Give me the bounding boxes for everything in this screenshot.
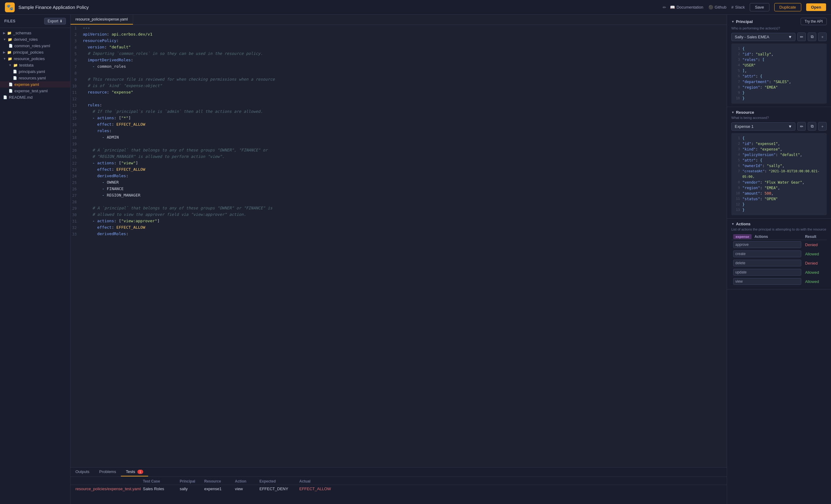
- chevron-down-icon: ▼: [732, 111, 735, 114]
- sidebar-item-expense[interactable]: 📄 expense.yaml: [0, 81, 70, 88]
- code-line: 28: [70, 199, 727, 205]
- test-row: resource_policies/expense_test.yaml Sale…: [70, 485, 727, 493]
- logo-icon: 🐾: [6, 4, 13, 11]
- documentation-link[interactable]: 📖 Documentation: [670, 5, 703, 9]
- code-line: 6 importDerivedRoles:: [70, 57, 727, 63]
- code-line: 19: [70, 141, 727, 147]
- sidebar-item-principal-policies[interactable]: ▶ 📁 principal_policies: [0, 49, 70, 56]
- code-line: 31 - actions: ["view:approver"]: [70, 218, 727, 225]
- code-line: 8: [70, 70, 727, 76]
- chevron-down-icon: ▼: [788, 35, 792, 39]
- copy-resource-button[interactable]: ⧉: [808, 122, 816, 130]
- sidebar-item-principals[interactable]: 📄 principals.yaml: [0, 68, 70, 75]
- code-line: 26 - FINANCE: [70, 186, 727, 192]
- bottom-content: Test Case Principal Resource Action Expe…: [70, 477, 727, 504]
- action-input[interactable]: [733, 241, 801, 248]
- actions-table: expense Actions Result DeniedAllowedDeni…: [732, 234, 827, 286]
- sidebar-item-common-roles[interactable]: 📄 common_roles.yaml: [0, 42, 70, 49]
- sidebar-item-expense-test[interactable]: 📄 expense_test.yaml: [0, 88, 70, 94]
- add-principal-button[interactable]: +: [818, 32, 827, 41]
- code-line: 25 - OWNER: [70, 179, 727, 186]
- actions-header: ▼ Actions: [732, 221, 827, 226]
- code-lines: 1--- 2apiVersion: api.cerbos.dev/v1 3res…: [70, 25, 727, 237]
- slack-icon: #: [732, 5, 734, 9]
- sidebar-item-testdata[interactable]: ▼ 📁 testdata: [0, 62, 70, 68]
- principal-dropdown[interactable]: Sally - Sales EMEA ▼: [732, 33, 796, 41]
- code-line: 11 resource: "expense": [70, 89, 727, 96]
- code-line: 29 # A `principal` that belongs to any o…: [70, 205, 727, 211]
- chevron-down-icon: ▼: [3, 57, 6, 60]
- sidebar-item-readme[interactable]: 📄 README.md: [0, 94, 70, 100]
- code-line: 30 # allowed to view the approver field …: [70, 211, 727, 218]
- sidebar-item-resource-policies[interactable]: ▼ 📁 resource_policies: [0, 56, 70, 62]
- editor-tab-expense[interactable]: resource_policies/expense.yaml: [70, 15, 133, 25]
- code-line: 2apiVersion: api.cerbos.dev/v1: [70, 31, 727, 38]
- test-file-link[interactable]: resource_policies/expense_test.yaml: [76, 486, 143, 491]
- principal-header: ▼ Principal Try the API: [732, 18, 827, 25]
- chevron-down-icon: ▼: [788, 124, 792, 129]
- bottom-tabs: Outputs Problems Tests 1: [70, 468, 727, 477]
- resource-json: 1{ 2 "id": "expense1", 3 "kind": "expens…: [732, 133, 827, 215]
- code-line: 20 # A `principal` that belongs to any o…: [70, 147, 727, 154]
- code-line: 15 - actions: ["*"]: [70, 115, 727, 121]
- add-resource-button[interactable]: +: [818, 122, 827, 130]
- sidebar-item-schemas[interactable]: ▶ 📁 _schemas: [0, 30, 70, 36]
- tab-problems[interactable]: Problems: [94, 468, 121, 476]
- tab-tests[interactable]: Tests 1: [121, 468, 148, 476]
- file-tree: ▶ 📁 _schemas ▼ 📁 derived_roles 📄 common_…: [0, 28, 70, 102]
- chevron-down-icon: ▼: [732, 222, 735, 226]
- action-input[interactable]: [733, 278, 801, 285]
- actions-resource-header: expense Actions: [732, 234, 803, 240]
- code-line: 1---: [70, 25, 727, 31]
- resource-dropdown[interactable]: Expense 1 ▼: [732, 122, 796, 130]
- try-api-button[interactable]: Try the API: [801, 18, 827, 25]
- tab-outputs[interactable]: Outputs: [70, 468, 94, 476]
- github-icon: ⚫: [708, 5, 713, 9]
- action-input[interactable]: [733, 269, 801, 276]
- code-line: 3resourcePolicy:: [70, 38, 727, 44]
- code-line: 22 - actions: ["view"]: [70, 160, 727, 167]
- folder-icon: 📁: [13, 63, 18, 67]
- editor-tabs: resource_policies/expense.yaml: [70, 15, 727, 25]
- chevron-right-icon: ▶: [3, 51, 5, 54]
- right-panel: ▼ Principal Try the API Who is performin…: [727, 15, 831, 504]
- open-button[interactable]: Open: [806, 3, 826, 11]
- code-line: 10 # is of `kind` "expense:object": [70, 83, 727, 89]
- actual-result: EFFECT_ALLOW: [299, 486, 339, 491]
- resource-header: ▼ Resource: [732, 110, 827, 115]
- export-icon: ⬇: [59, 19, 62, 23]
- code-line: 13 rules:: [70, 102, 727, 109]
- folder-icon: 📁: [8, 57, 12, 61]
- code-line: 17 roles:: [70, 128, 727, 134]
- principal-section: ▼ Principal Try the API Who is performin…: [727, 15, 831, 107]
- code-line: 18 - ADMIN: [70, 134, 727, 141]
- copy-principal-button[interactable]: ⧉: [808, 32, 816, 41]
- duplicate-button[interactable]: Duplicate: [774, 3, 801, 11]
- folder-icon: 📁: [8, 37, 12, 42]
- save-button[interactable]: Save: [750, 3, 769, 11]
- app-title: Sample Finance Application Policy: [19, 5, 659, 10]
- code-line: 14 # If the `principal`s role is `admin`…: [70, 109, 727, 115]
- action-input[interactable]: [733, 260, 801, 266]
- code-line: 27 - REGION_MANAGER: [70, 192, 727, 199]
- resource-title: ▼ Resource: [732, 110, 754, 115]
- action-result: Allowed: [803, 249, 827, 259]
- edit-principal-button[interactable]: ✏: [797, 32, 806, 41]
- github-link[interactable]: ⚫ Github: [708, 5, 726, 9]
- action-result: Allowed: [803, 268, 827, 277]
- sidebar-item-derived-roles[interactable]: ▼ 📁 derived_roles: [0, 36, 70, 42]
- edit-icon[interactable]: ✏: [663, 5, 666, 10]
- resource-badge: expense: [733, 234, 752, 239]
- chevron-right-icon: ▶: [3, 31, 5, 35]
- code-editor[interactable]: 1--- 2apiVersion: api.cerbos.dev/v1 3res…: [70, 25, 727, 467]
- slack-link[interactable]: # Slack: [732, 5, 745, 9]
- file-icon: 📄: [13, 76, 17, 80]
- edit-resource-button[interactable]: ✏: [797, 122, 806, 130]
- principal-title: ▼ Principal: [732, 19, 753, 24]
- code-line: 5 # Importing `common_roles` in so they …: [70, 51, 727, 57]
- folder-icon: 📁: [7, 50, 12, 55]
- export-button[interactable]: Export ⬇: [44, 18, 66, 25]
- actions-section: ▼ Actions List of actions the principal …: [727, 218, 831, 289]
- action-input[interactable]: [733, 250, 801, 257]
- sidebar-item-resources[interactable]: 📄 resources.yaml: [0, 75, 70, 81]
